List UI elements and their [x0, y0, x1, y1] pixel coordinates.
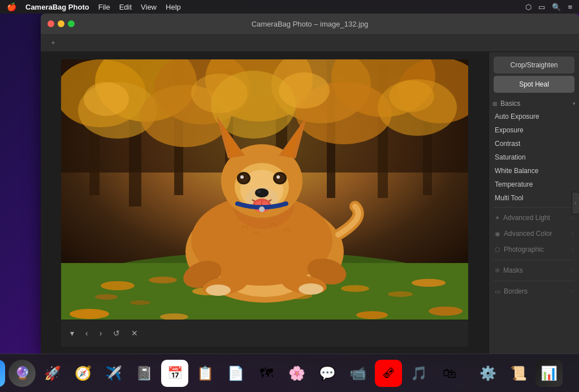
svg-point-24 — [279, 72, 330, 109]
advanced-light-label: Advanced Light — [503, 214, 568, 222]
divider-2 — [494, 260, 574, 260]
corgi-image-svg — [61, 59, 468, 320]
dock-facetime[interactable]: 📹 — [344, 360, 371, 387]
menu-help[interactable]: Help — [166, 3, 181, 11]
menu-icon-3[interactable]: ≡ — [568, 3, 572, 11]
masks-label: Masks — [503, 266, 568, 274]
borders-chevron-icon: › — [572, 288, 573, 294]
minimize-button[interactable] — [58, 20, 64, 27]
svg-point-55 — [255, 188, 269, 197]
basics-chevron-icon: ▾ — [573, 101, 576, 106]
dock-launchpad[interactable]: 🚀 — [39, 360, 66, 387]
toolbar: + — [41, 34, 579, 52]
dock-grapher[interactable]: 📊 — [535, 360, 563, 387]
masks-section[interactable]: ❊ Masks › — [489, 262, 579, 278]
canvas-area: ▾ ‹ › ↺ ✕ — [41, 52, 489, 354]
dock-settings[interactable]: ⚙️ — [474, 360, 502, 387]
basics-label: Basics — [500, 100, 520, 107]
menu-edit[interactable]: Edit — [119, 3, 132, 11]
advanced-color-chevron-icon: › — [572, 231, 573, 236]
svg-point-68 — [429, 307, 463, 316]
borders-icon: ▭ — [495, 288, 500, 295]
svg-point-44 — [206, 285, 231, 296]
menu-icon-2[interactable]: ▭ — [538, 3, 545, 11]
menubar: 🍎 CameraBag Photo File Edit View Help ⬡ … — [0, 0, 579, 14]
nav-close-button[interactable]: ✕ — [129, 328, 140, 339]
dock-notes[interactable]: 📋 — [192, 360, 219, 387]
basics-icon: ⊞ — [492, 101, 497, 107]
advanced-color-icon: ◉ — [495, 230, 500, 238]
right-panel: Adjustments Presets › Crop/Straighten Sp… — [489, 52, 579, 354]
svg-point-25 — [389, 80, 434, 112]
menu-file[interactable]: File — [98, 3, 110, 11]
fullscreen-button[interactable] — [68, 20, 75, 27]
photographic-section[interactable]: ⬡ Photographic › — [489, 242, 579, 257]
svg-point-33 — [388, 291, 413, 297]
white-balance-item[interactable]: White Balance — [489, 164, 579, 178]
svg-point-45 — [299, 283, 323, 295]
advanced-color-section[interactable]: ◉ Advanced Color › — [489, 226, 579, 242]
panel-collapse-button[interactable]: › — [572, 192, 579, 214]
svg-point-66 — [259, 206, 265, 212]
dock-music[interactable]: 🎵 — [405, 360, 433, 387]
photographic-chevron-icon: › — [572, 247, 573, 252]
nav-prev-button[interactable]: ‹ — [83, 328, 90, 339]
svg-point-23 — [191, 74, 248, 113]
dock-calendar[interactable]: 📅 — [161, 360, 188, 387]
dock-trash[interactable]: 🗑 — [574, 360, 579, 387]
auto-exposure-item[interactable]: Auto Exposure — [489, 110, 579, 123]
exposure-item[interactable]: Exposure — [489, 123, 579, 137]
svg-point-32 — [341, 285, 369, 292]
dock-applist[interactable]: 📄 — [222, 360, 249, 387]
add-button[interactable]: + — [47, 37, 59, 49]
svg-point-34 — [412, 279, 446, 287]
titlebar: CameraBag Photo – image_132.jpg — [41, 14, 579, 34]
multi-tool-item[interactable]: Multi Tool — [489, 191, 579, 205]
close-button[interactable] — [47, 20, 54, 27]
image-bottom-bar: ▾ ‹ › ↺ ✕ — [61, 320, 468, 347]
photographic-label: Photographic — [504, 245, 568, 253]
dock-maps[interactable]: 🗺 — [253, 360, 280, 387]
svg-point-22 — [84, 82, 129, 116]
nav-refresh-button[interactable]: ↺ — [111, 328, 122, 339]
advanced-light-chevron-icon: › — [572, 215, 573, 221]
advanced-light-section[interactable]: ✦ Advanced Light › — [489, 210, 579, 226]
svg-point-35 — [130, 300, 150, 305]
svg-point-70 — [356, 311, 388, 319]
dock-safari[interactable]: 🧭 — [70, 360, 97, 387]
menu-view[interactable]: View — [141, 3, 157, 11]
nav-expand-button[interactable]: ▾ — [68, 328, 76, 339]
dock-notebook[interactable]: 📓 — [131, 360, 158, 387]
app-window: CameraBag Photo – image_132.jpg + — [41, 14, 579, 354]
dock-appstore[interactable]: 🛍 — [436, 360, 463, 387]
svg-point-31 — [95, 294, 118, 300]
panel-tools: Crop/Straighten Spot Heal — [489, 52, 579, 97]
svg-point-28 — [101, 281, 135, 290]
dock-finder[interactable]: 🗂 — [0, 360, 5, 387]
contrast-item[interactable]: Contrast — [489, 137, 579, 150]
dock-photos[interactable]: 🌸 — [283, 360, 310, 387]
apple-menu[interactable]: 🍎 — [7, 2, 16, 11]
basics-section-header[interactable]: ⊞ Basics ▾ — [489, 97, 579, 110]
dock-scripts[interactable]: 📜 — [505, 360, 532, 387]
dock-messages[interactable]: 💬 — [314, 360, 341, 387]
svg-point-56 — [257, 191, 261, 193]
temperature-item[interactable]: Temperature — [489, 178, 579, 191]
borders-section[interactable]: ▭ Borders › — [489, 283, 579, 299]
main-content: ▾ ‹ › ↺ ✕ Adjustments Presets › Crop/Str… — [41, 52, 579, 354]
svg-point-29 — [149, 277, 177, 283]
dock-mail[interactable]: ✈️ — [100, 360, 127, 387]
saturation-item[interactable]: Saturation — [489, 150, 579, 164]
image-display — [61, 59, 468, 320]
divider-3 — [494, 281, 574, 281]
svg-point-65 — [276, 175, 280, 179]
crop-straighten-button[interactable]: Crop/Straighten — [494, 57, 574, 74]
nav-next-button[interactable]: › — [97, 328, 105, 339]
window-title: CameraBag Photo – image_132.jpg — [252, 20, 369, 28]
dock-news[interactable]: 🗞 — [375, 360, 402, 387]
search-icon[interactable]: 🔍 — [552, 3, 561, 11]
basics-items: Auto Exposure Exposure Contrast Saturati… — [489, 110, 579, 205]
spot-heal-button[interactable]: Spot Heal — [494, 76, 574, 93]
dock-siri[interactable]: 🔮 — [8, 360, 36, 387]
menu-icon-1[interactable]: ⬡ — [525, 3, 532, 11]
